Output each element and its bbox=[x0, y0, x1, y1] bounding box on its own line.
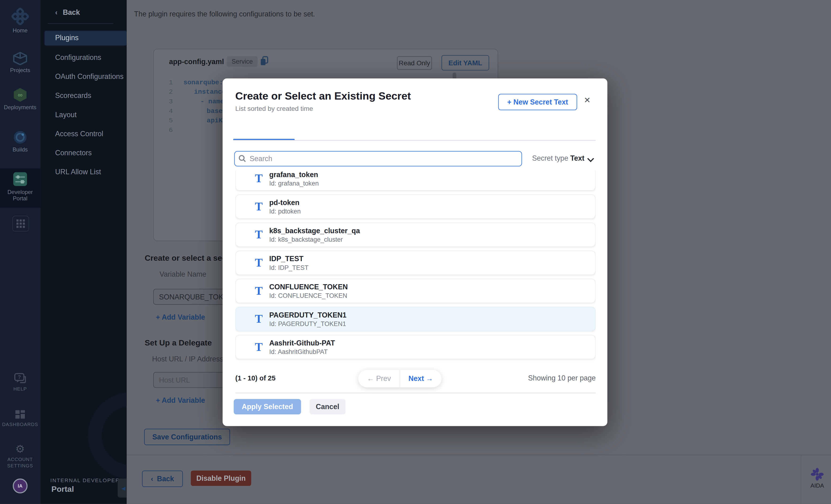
sidebar-item-developer-portal[interactable]: Developer Portal bbox=[0, 171, 40, 202]
secret-row[interactable]: T CONFLUENCE_TOKEN Id: CONFLUENCE_TOKEN bbox=[235, 279, 596, 303]
sidebar-item-dashboards[interactable]: DASHBOARDS bbox=[0, 409, 40, 428]
secret-name: PAGERDUTY_TOKEN1 bbox=[269, 311, 346, 319]
nav-collapse-button[interactable]: ◀ bbox=[118, 479, 126, 498]
deployments-hexagon-icon: ∞ bbox=[12, 87, 28, 102]
sidebar-item-home[interactable]: Home bbox=[0, 7, 40, 34]
builds-circle-icon bbox=[12, 130, 28, 145]
secret-id: Id: CONFLUENCE_TOKEN bbox=[269, 292, 347, 299]
svg-text:?: ? bbox=[18, 374, 21, 380]
back-chevron-icon: ‹ bbox=[151, 475, 153, 483]
secret-row[interactable]: T k8s_backstage_cluster_qa Id: k8s_backs… bbox=[235, 223, 596, 247]
nav-item-oauth-configurations[interactable]: OAuth Configurations bbox=[55, 72, 123, 81]
arrow-right-icon: → bbox=[426, 375, 433, 383]
secret-list: T grafana_token Id: grafana_token T pd-t… bbox=[235, 171, 596, 366]
secret-row[interactable]: T grafana_token Id: grafana_token bbox=[235, 171, 596, 191]
sidebar-item-label: Home bbox=[0, 27, 40, 33]
dashboards-icon bbox=[14, 409, 26, 420]
sidebar-item-deployments[interactable]: ∞ Deployments bbox=[0, 87, 40, 110]
sidebar-item-builds[interactable]: Builds bbox=[0, 130, 40, 153]
sidebar-item-account-settings[interactable]: ⚙ ACCOUNT SETTINGS bbox=[0, 443, 40, 469]
cancel-button[interactable]: Cancel bbox=[310, 399, 345, 414]
line-number: 1 bbox=[153, 78, 173, 88]
next-button[interactable]: Next → bbox=[400, 375, 441, 383]
add-variable-label: Add Variable bbox=[162, 313, 205, 321]
text-secret-icon: T bbox=[255, 312, 263, 326]
showing-per-page: Showing 10 per page bbox=[528, 374, 596, 382]
aida-widget[interactable]: AIDA bbox=[808, 467, 827, 488]
secret-select-modal: Create or Select an Existing Secret List… bbox=[223, 79, 607, 426]
next-label: Next bbox=[408, 375, 424, 383]
sidebar-item-label: ACCOUNT SETTINGS bbox=[4, 456, 36, 469]
secret-type-value[interactable]: Text bbox=[570, 154, 584, 162]
secret-name: Aashrit-Github-PAT bbox=[269, 339, 335, 347]
svg-text:∞: ∞ bbox=[18, 91, 23, 99]
edit-yaml-button[interactable]: Edit YAML bbox=[441, 55, 489, 70]
sidebar-item-label: Projects bbox=[0, 67, 40, 73]
disable-plugin-button[interactable]: Disable Plugin bbox=[191, 471, 251, 486]
text-secret-icon: T bbox=[255, 256, 263, 270]
line-number: 6 bbox=[153, 126, 173, 135]
sidebar-item-label: Builds bbox=[0, 146, 40, 153]
pagination-range: (1 - 10) of 25 bbox=[235, 374, 276, 382]
line-number: 4 bbox=[153, 107, 173, 116]
nav-item-layout[interactable]: Layout bbox=[55, 111, 77, 119]
line-number: 2 bbox=[153, 87, 173, 97]
pagination-pill: ← Prev Next → bbox=[358, 370, 441, 387]
add-variable-link-2[interactable]: + Add Variable bbox=[156, 396, 205, 405]
prev-label: Prev bbox=[376, 375, 391, 383]
add-variable-link[interactable]: + Add Variable bbox=[156, 313, 205, 321]
new-secret-text-button[interactable]: + New Secret Text bbox=[498, 94, 577, 110]
module-rail: Home Projects ∞ Deployments Builds bbox=[0, 0, 40, 504]
chevron-down-icon[interactable] bbox=[587, 155, 594, 162]
nav-item-plugins[interactable]: Plugins bbox=[55, 34, 79, 42]
variable-name-label: Variable Name bbox=[160, 270, 206, 278]
secret-type-label: Secret type bbox=[532, 154, 568, 162]
nav-item-scorecards[interactable]: Scorecards bbox=[55, 92, 91, 99]
modal-footer-divider bbox=[235, 393, 596, 393]
apps-grid-button[interactable] bbox=[12, 216, 29, 232]
aida-label: AIDA bbox=[808, 482, 827, 488]
search-input[interactable] bbox=[234, 151, 522, 166]
secret-id: Id: IDP_TEST bbox=[269, 264, 308, 271]
save-configurations-button[interactable]: Save Configurations bbox=[144, 428, 230, 445]
sidebar-item-help[interactable]: ? HELP bbox=[0, 373, 40, 392]
developer-portal-icon bbox=[12, 171, 28, 187]
nav-item-url-allow-list[interactable]: URL Allow List bbox=[55, 168, 101, 176]
secret-name: CONFLUENCE_TOKEN bbox=[269, 283, 348, 291]
back-button-label: Back bbox=[157, 475, 174, 483]
projects-cube-icon bbox=[13, 52, 27, 65]
screen: Home Projects ∞ Deployments Builds bbox=[0, 0, 831, 504]
sidebar-item-projects[interactable]: Projects bbox=[0, 52, 40, 73]
secret-row[interactable]: T pd-token Id: pdtoken bbox=[235, 195, 596, 219]
secret-id: Id: grafana_token bbox=[269, 180, 319, 187]
text-secret-icon: T bbox=[255, 284, 263, 298]
brand-portal: Portal bbox=[52, 484, 74, 493]
read-only-button[interactable]: Read Only bbox=[397, 56, 432, 70]
footer-divider bbox=[126, 455, 831, 455]
close-icon[interactable]: ✕ bbox=[582, 95, 593, 106]
secret-name: IDP_TEST bbox=[269, 255, 304, 263]
text-secret-icon: T bbox=[255, 171, 263, 186]
line-number: 3 bbox=[153, 97, 173, 107]
nav-divider bbox=[48, 23, 113, 24]
tab-baseline bbox=[233, 140, 596, 141]
collapse-arrow-icon: ◀ bbox=[121, 485, 125, 491]
secret-row-selected[interactable]: T PAGERDUTY_TOKEN1 Id: PAGERDUTY_TOKEN1 bbox=[235, 307, 596, 331]
copy-icon[interactable] bbox=[260, 56, 269, 66]
user-avatar[interactable]: IA bbox=[13, 479, 27, 494]
code-line: sonarqube: bbox=[183, 78, 223, 88]
app-config-card-header: app-config.yaml Service Read Only Edit Y… bbox=[153, 49, 497, 75]
nav-back-button[interactable]: ‹Back bbox=[55, 8, 80, 17]
nav-item-configurations[interactable]: Configurations bbox=[55, 54, 101, 62]
file-name: app-config.yaml bbox=[169, 58, 224, 66]
plugin-config-intro: The plugin requires the following config… bbox=[134, 10, 315, 18]
apply-selected-button[interactable]: Apply Selected bbox=[234, 399, 301, 414]
nav-item-access-control[interactable]: Access Control bbox=[55, 130, 103, 138]
nav-item-connectors[interactable]: Connectors bbox=[55, 149, 92, 157]
modal-subtitle: List sorted by created time bbox=[235, 105, 313, 113]
secret-row[interactable]: T IDP_TEST Id: IDP_TEST bbox=[235, 250, 596, 275]
back-button[interactable]: ‹Back bbox=[142, 471, 183, 487]
secret-name: k8s_backstage_cluster_qa bbox=[269, 227, 360, 235]
prev-button[interactable]: ← Prev bbox=[358, 375, 400, 383]
secret-row[interactable]: T Aashrit-Github-PAT Id: AashritGithubPA… bbox=[235, 335, 596, 359]
